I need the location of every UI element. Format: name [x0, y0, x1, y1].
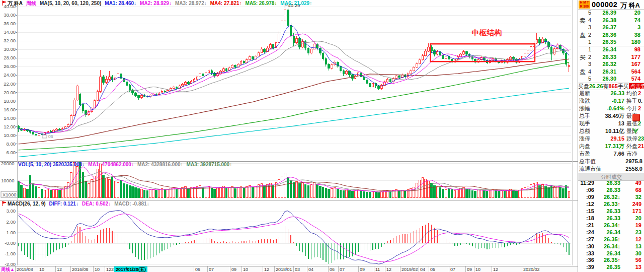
- stat-value: -0.17: [598, 97, 624, 105]
- stat-value: 17.31万: [598, 143, 624, 150]
- ticker-suffix: 手买: [618, 83, 629, 89]
- volume-unit-label: X1000: [1, 191, 19, 197]
- tape-volume: 12: [622, 236, 641, 243]
- level-volume: 167: [618, 60, 640, 68]
- order-book-row[interactable]: 226.33177: [578, 53, 644, 61]
- stat-value: 26.33: [598, 90, 624, 97]
- stat-label: 换手: [626, 97, 637, 105]
- stat-value: 29.15: [598, 135, 624, 143]
- timeline-highlighted-date[interactable]: 2017/01/20(五): [114, 266, 147, 272]
- tape-price: 26.34: [597, 250, 620, 257]
- svg-text:6.00: 6.00: [7, 150, 16, 155]
- svg-text:1.00: 1.00: [7, 230, 16, 235]
- tape-volume: 32: [622, 194, 641, 201]
- svg-text:18.00: 18.00: [4, 98, 16, 104]
- tape-time: :12: [578, 201, 594, 208]
- tape-row[interactable]: 11:2926.3349: [578, 180, 644, 187]
- promo-icon-green-sprout[interactable]: [631, 126, 639, 136]
- timeline-label: 05: [429, 266, 435, 272]
- level-price: 26.34: [594, 46, 616, 53]
- ticker-link-chip[interactable]: 点击查: [629, 83, 644, 89]
- stat-label: 均价: [626, 90, 637, 97]
- ticker-mid: 有: [603, 83, 609, 89]
- timeline-label: 04: [419, 266, 425, 272]
- trading-terminal: 6.008.0010.0012.0014.0016.0018.0020.0022…: [0, 0, 644, 272]
- timeline-label: 10: [242, 266, 248, 272]
- tape-row[interactable]: :3626.35↑56: [578, 257, 644, 264]
- big-order-ticker[interactable]: 买盘26.26有865手买点击查: [578, 83, 644, 90]
- order-book-row[interactable]: 526.30574: [578, 75, 644, 83]
- tape-row[interactable]: :1526.33171: [578, 208, 644, 215]
- svg-text:26.00: 26.00: [4, 63, 16, 69]
- stat-label: 市盈: [579, 150, 590, 158]
- tape-time: :15: [578, 208, 594, 215]
- stat-label: 现手: [579, 120, 590, 127]
- timeline-bar[interactable]: 周线▲ 2017/01/20(五) 2015/0810122016/081012…: [0, 266, 578, 272]
- tape-row[interactable]: :3326.3430: [578, 250, 644, 257]
- tape-row[interactable]: :1826.3320: [578, 215, 644, 222]
- tape-volume: 171: [622, 208, 641, 215]
- level-volume: 177: [618, 53, 640, 61]
- tape-row[interactable]: :0626.3368: [578, 187, 644, 194]
- chart-area[interactable]: 6.008.0010.0012.0014.0016.0018.0020.0022…: [0, 0, 578, 266]
- tape-price: 26.34↑: [597, 222, 620, 229]
- stat-value: 23: [638, 135, 644, 143]
- tape-price: 26.32↓: [597, 194, 620, 201]
- tape-time: :06: [578, 187, 594, 194]
- order-book-row[interactable]: 126.3498: [578, 46, 644, 53]
- timeline-label: 2020/02: [522, 266, 540, 272]
- timeline-label: 11: [374, 266, 380, 272]
- level-price: 26.33: [594, 53, 616, 61]
- tape-volume: 30: [622, 250, 641, 257]
- svg-text:12.00: 12.00: [4, 124, 16, 129]
- tape-row[interactable]: :0926.32↓32: [578, 194, 644, 201]
- stat-label: 跌停: [626, 135, 637, 143]
- timeline-label: 09: [358, 266, 365, 272]
- tape-time: 11:29: [578, 180, 594, 187]
- tape-time: :33: [578, 250, 594, 257]
- chart-note-marker: 06: [48, 134, 53, 139]
- stat-value: 21.1: [638, 143, 644, 150]
- timeline-label: 07: [449, 266, 455, 272]
- candles-layer[interactable]: [18, 6, 570, 137]
- order-book-row[interactable]: 326.373: [578, 24, 644, 31]
- stat-row: 涨停29.15跌停23: [578, 135, 644, 143]
- timeline-label: 10: [474, 266, 480, 272]
- promo-icon-red-packet[interactable]: [632, 114, 640, 121]
- svg-text:3.00: 3.00: [7, 208, 16, 214]
- tape-price: 26.35: [597, 264, 620, 271]
- order-book-row[interactable]: 426.3874: [578, 17, 644, 24]
- svg-text:14.00: 14.00: [4, 115, 16, 121]
- order-book-row[interactable]: 526.3920: [578, 9, 644, 17]
- level-volume: 20: [618, 9, 640, 17]
- level-price: 26.32: [594, 60, 616, 68]
- volume-layer[interactable]: [18, 162, 570, 197]
- order-book-row[interactable]: 226.3638: [578, 31, 644, 39]
- stat-value: 2: [638, 90, 641, 97]
- tape-row[interactable]: :2426.3423: [578, 229, 644, 236]
- period-corner-label[interactable]: 周线▲: [1, 266, 15, 272]
- tape-row[interactable]: :3926.3513: [578, 264, 644, 271]
- order-book-row[interactable]: 326.32167: [578, 60, 644, 68]
- level-number: 2: [586, 53, 591, 61]
- tape-row[interactable]: :3026.34↓13: [578, 243, 644, 250]
- level-number: 2: [586, 31, 591, 39]
- tape-row[interactable]: :2126.34↑19: [578, 222, 644, 229]
- svg-text:16.00: 16.00: [4, 107, 16, 112]
- order-book-side-label: 盘: [580, 31, 586, 40]
- order-book-side-label: 买: [580, 53, 586, 62]
- stat-label: 内盘: [579, 143, 590, 150]
- svg-text:-1.00: -1.00: [5, 251, 16, 256]
- tape-volume: 23: [622, 229, 641, 236]
- peak-price-label: 40.29: [288, 3, 300, 8]
- tape-row[interactable]: :1226.33↑249: [578, 201, 644, 208]
- tape-row[interactable]: :2726.35↑12: [578, 236, 644, 243]
- level-number: 5: [586, 9, 591, 17]
- order-book-row[interactable]: 426.31564: [578, 68, 644, 76]
- order-book-row[interactable]: 126.35180: [578, 38, 644, 46]
- market-cap-row: 流通市值2558.0: [578, 165, 644, 173]
- stat-label: 外盘: [626, 143, 637, 150]
- quote-panel-header: H M T R 300 000002 万 科A: [578, 0, 644, 9]
- stat-value: 38.49万: [598, 112, 624, 120]
- tape-volume: 56: [622, 257, 641, 264]
